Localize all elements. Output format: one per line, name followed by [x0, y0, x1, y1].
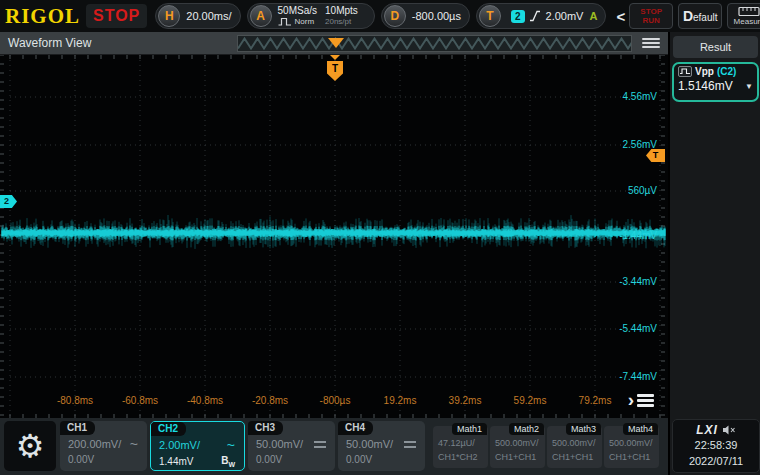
ch1-status-tile[interactable]: CH1 200.00mV/ ~ 0.00V	[60, 421, 147, 471]
delay-control[interactable]: D -800.00µs	[381, 3, 470, 29]
ch2-bandwidth-badge: BW	[221, 455, 235, 468]
ch1-offset: 0.00V	[68, 454, 94, 465]
run-state-indicator: STOP	[86, 4, 147, 28]
ch3-status-tile[interactable]: CH3 50.00mV/ 0.00V	[248, 421, 335, 471]
measurement-source: (C2)	[717, 66, 736, 77]
math1-scale: 47.12µU/	[438, 438, 475, 448]
trigger-control[interactable]: T 2 2.00mV A	[476, 3, 606, 29]
v-axis-label: -7.44mV	[597, 371, 657, 383]
measure-button[interactable]: Measure	[727, 3, 760, 29]
horizontal-scale-value: 20.00ms/	[186, 10, 231, 22]
math3-scale: 500.00mV/	[552, 438, 596, 448]
sample-rate: 50MSa/s	[278, 5, 317, 16]
t-axis-label: -40.8ms	[175, 395, 235, 407]
memory-depth: 10Mpts	[325, 5, 358, 16]
trigger-coupling: A	[589, 10, 597, 22]
math2-scale: 500.00mV/	[495, 438, 539, 448]
trigger-position-triangle[interactable]	[330, 55, 340, 60]
brand-logo: RIGOL	[5, 4, 80, 29]
default-button[interactable]: Default	[678, 3, 722, 29]
v-axis-label: 2.56mV	[597, 139, 657, 151]
v-axis-label: 560µV	[597, 185, 657, 197]
math1-expr: CH1*CH2	[438, 452, 478, 462]
stop-run-button[interactable]: STOP RUN	[629, 3, 673, 29]
t-axis-label: 79.2ms	[565, 395, 625, 407]
t-axis-label: -60.8ms	[110, 395, 170, 407]
v-axis-label: -5.44mV	[597, 323, 657, 335]
ch2-waveform-trace	[0, 55, 668, 418]
math3-expr: CH1+CH1	[552, 452, 593, 462]
top-toolbar: RIGOL STOP H 20.00ms/ A 50MSa/s Norm 10M…	[0, 0, 760, 32]
delay-key-icon[interactable]: D	[384, 5, 406, 27]
ch1-tab: CH1	[60, 421, 95, 435]
t-axis-label: -80.8ms	[45, 395, 105, 407]
ac-coupling-icon: ~	[227, 440, 235, 450]
gear-icon: ⚙	[16, 427, 45, 465]
v-axis-label: -1.44mV	[597, 230, 657, 242]
waveform-view-titlebar: Waveform View	[0, 32, 668, 55]
result-panel-header[interactable]: Result	[673, 36, 758, 58]
ch4-scale: 50.00mV/	[346, 438, 393, 450]
dc-coupling-icon	[314, 441, 326, 448]
waveform-display-area[interactable]: T T 2 4.56mV 2.56mV 560µV -1.44mV -3.44m…	[0, 55, 668, 418]
system-status-box: LXI 22:58:39 2022/07/11	[672, 419, 760, 473]
result-sidebar: Result Vpp(C2) 1.5146mV ▼ LXI 22:58:39 2…	[668, 32, 760, 475]
horizontal-key-icon[interactable]: H	[158, 5, 180, 27]
v-axis-label: -3.44mV	[597, 276, 657, 288]
math3-status-tile[interactable]: Math3 500.00mV/ CH1+CH1	[547, 426, 602, 468]
graticule-menu-icon[interactable]: ›	[628, 391, 654, 409]
lxi-logo: LXI	[696, 423, 718, 437]
math2-expr: CH1+CH1	[495, 452, 536, 462]
measurement-value: 1.5146mV	[678, 79, 733, 93]
math1-status-tile[interactable]: Math1 47.12µU/ CH1*CH2	[433, 426, 488, 468]
ch2-offset: 1.44mV	[159, 456, 193, 467]
toolbar-scroll-left[interactable]: <	[612, 8, 629, 25]
math4-scale: 500.00mV/	[609, 438, 653, 448]
ch4-offset: 0.00V	[346, 454, 372, 465]
dropdown-caret-icon[interactable]: ▼	[745, 82, 753, 91]
math4-expr: CH1+CH1	[609, 452, 650, 462]
system-time: 22:58:39	[673, 437, 759, 453]
timebase-navigation-strip[interactable]	[237, 35, 632, 52]
math4-status-tile[interactable]: Math4 500.00mV/ CH1+CH1	[604, 426, 659, 468]
acquire-control[interactable]: A 50MSa/s Norm 10Mpts 20ns/pt	[247, 3, 375, 29]
ch3-offset: 0.00V	[256, 454, 282, 465]
ch3-scale: 50.00mV/	[256, 438, 303, 450]
sound-muted-icon	[722, 425, 736, 435]
measurement-name: Vpp	[695, 66, 714, 77]
horizontal-scale-control[interactable]: H 20.00ms/	[155, 3, 240, 29]
trigger-level-value: 2.00mV	[546, 10, 584, 22]
channel-status-bar: ⚙ CH1 200.00mV/ ~ 0.00V CH2 2.00mV/ ~ 1.…	[0, 418, 668, 475]
dc-coupling-icon	[404, 441, 416, 448]
ch2-scale: 2.00mV/	[159, 439, 200, 451]
acquire-key-icon[interactable]: A	[250, 5, 272, 27]
ch3-tab: CH3	[248, 421, 283, 435]
acquire-mode: Norm	[295, 16, 315, 27]
settings-button[interactable]: ⚙	[4, 421, 56, 471]
t-axis-label: -800µs	[305, 395, 365, 407]
ch4-tab: CH4	[338, 421, 373, 435]
ruler-icon	[738, 6, 760, 17]
sample-resolution: 20ns/pt	[325, 16, 358, 27]
acquire-mode-icon	[278, 17, 292, 26]
v-axis-label: 4.56mV	[597, 91, 657, 103]
t-axis-label: -20.8ms	[240, 395, 300, 407]
measurement-type-icon	[678, 66, 692, 77]
system-date: 2022/07/11	[673, 453, 759, 469]
ac-coupling-icon: ~	[130, 439, 138, 449]
trigger-slope-icon	[529, 10, 541, 22]
view-menu-icon[interactable]	[642, 38, 660, 50]
trigger-source-badge: 2	[511, 10, 525, 23]
ch2-tab: CH2	[151, 422, 186, 436]
delay-value: -800.00µs	[412, 10, 461, 22]
t-axis-label: 39.2ms	[435, 395, 495, 407]
t-axis-label: 59.2ms	[500, 395, 560, 407]
ch2-status-tile[interactable]: CH2 2.00mV/ ~ 1.44mV BW	[150, 421, 245, 471]
view-title: Waveform View	[8, 36, 91, 50]
trigger-key-icon[interactable]: T	[479, 5, 501, 27]
ch1-scale: 200.00mV/	[68, 438, 121, 450]
ch4-status-tile[interactable]: CH4 50.00mV/ 0.00V	[338, 421, 425, 471]
vpp-measurement-card[interactable]: Vpp(C2) 1.5146mV ▼	[672, 62, 759, 102]
t-axis-label: 19.2ms	[370, 395, 430, 407]
math2-status-tile[interactable]: Math2 500.00mV/ CH1+CH1	[490, 426, 545, 468]
